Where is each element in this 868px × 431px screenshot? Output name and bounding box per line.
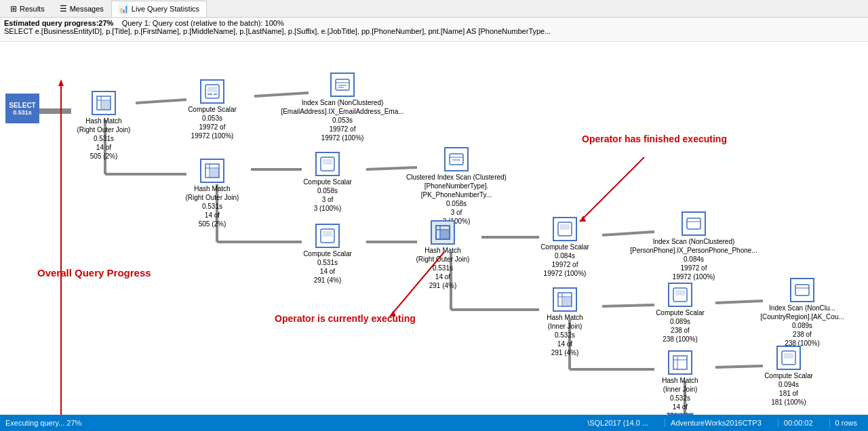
query-info-bar: Estimated query progress:27% Query 1: Qu…: [0, 18, 868, 42]
svg-rect-48: [323, 231, 332, 237]
messages-icon: ☰: [60, 4, 67, 14]
compute-scalar-node-4[interactable]: Compute Scalar0.084s19972 of19972 (100%): [528, 217, 602, 278]
operator-finished-label: Operator has finished executing: [582, 134, 727, 144]
compute-scalar-node-1[interactable]: Compute Scalar0.053s19972 of19972 (100%): [175, 79, 250, 140]
hash-match-icon-1: [92, 91, 116, 115]
svg-marker-21: [58, 79, 64, 86]
tab-results[interactable]: ⊞ Results: [3, 1, 52, 17]
tab-messages[interactable]: ☰ Messages: [52, 1, 111, 17]
compute-icon-2: [315, 152, 340, 176]
status-left: Executing query... 27%: [5, 419, 81, 427]
overall-progress-label: Overall Query Progress: [37, 267, 151, 279]
compute-scalar-node-5[interactable]: Compute Scalar0.089s238 of238 (100%): [643, 283, 717, 344]
compute-scalar-node-3[interactable]: Compute Scalar0.531s14 of291 (4%): [290, 224, 365, 285]
svg-rect-43: [323, 159, 332, 165]
svg-rect-55: [687, 218, 701, 229]
hash-match-node-2[interactable]: Hash Match(Right Outer Join)0.531s14 of5…: [175, 159, 250, 228]
operator-executing-label: Operator is currently executing: [275, 313, 416, 324]
select-node[interactable]: SELECT 0.531s: [5, 94, 39, 123]
main-diagram-area: SELECT 0.531s Hash Match(Right Outer Joi…: [0, 42, 868, 415]
svg-rect-34: [336, 79, 349, 90]
index-scan-node-2[interactable]: Index Scan (NonClustered)[PersonPhone].I…: [643, 211, 745, 281]
executing-status: Executing query... 27%: [5, 419, 81, 427]
index-scan-icon-3: [790, 278, 814, 302]
svg-rect-69: [784, 353, 793, 358]
svg-rect-62: [675, 290, 685, 295]
diagram-scroll[interactable]: SELECT 0.531s Hash Match(Right Outer Joi…: [0, 42, 868, 415]
hash-match-node-1[interactable]: Hash Match(Right Outer Join)0.531s14 of5…: [66, 91, 141, 161]
clustered-index-node[interactable]: Clustered Index Scan (Clustered)[PhoneNu…: [406, 147, 507, 226]
rows-status: 0 rows: [829, 419, 863, 427]
hash-match-node-4[interactable]: Hash Match(Inner Join)0.532s14 of291 (4%…: [528, 287, 602, 357]
svg-rect-54: [560, 224, 570, 230]
svg-rect-31: [208, 87, 217, 92]
hash-match-icon-3: [431, 220, 455, 245]
svg-rect-60: [563, 297, 572, 306]
svg-rect-63: [795, 285, 809, 295]
status-right: \SQL2017 (14.0 ... AdventureWorks2016CTP…: [582, 419, 863, 427]
index-scan-node-1[interactable]: Index Scan (NonClustered)[EmailAddress].…: [295, 73, 390, 142]
tab-bar: ⊞ Results ☰ Messages 📊 Live Query Statis…: [0, 0, 868, 18]
tab-live-query[interactable]: 📊 Live Query Statistics: [111, 1, 207, 17]
index-scan-node-3[interactable]: Index Scan (NonClu...[CountryRegion].[AK…: [751, 278, 853, 348]
svg-rect-52: [441, 230, 450, 239]
compute-icon-3: [315, 224, 340, 248]
compute-scalar-node-2[interactable]: Compute Scalar0.058s3 of3 (100%): [290, 152, 365, 213]
index-scan-icon-2: [682, 211, 706, 236]
diagram-canvas: SELECT 0.531s Hash Match(Right Outer Joi…: [0, 42, 868, 415]
hash-match-icon-5: [668, 350, 692, 375]
status-bar: Executing query... 27% \SQL2017 (14.0 ..…: [0, 415, 868, 431]
compute-icon-1: [200, 79, 224, 104]
hash-match-icon-4: [553, 287, 577, 312]
compute-icon-4: [553, 217, 577, 241]
svg-marker-25: [390, 310, 396, 316]
database-status: AdventureWorks2016CTP3: [665, 419, 767, 427]
clustered-index-icon: [444, 147, 469, 171]
query-cost-line: Estimated query progress:27% Query 1: Qu…: [4, 19, 284, 27]
hash-match-node-3-executing[interactable]: Hash Match(Right Outer Join)0.531s14 of2…: [406, 220, 480, 290]
results-icon: ⊞: [10, 4, 17, 14]
hash-match-node-5[interactable]: Hash Match(Inner Join)0.532s14 of291 (4%…: [643, 350, 717, 415]
svg-rect-29: [102, 101, 111, 110]
svg-rect-44: [450, 154, 463, 165]
query-sql-line: SELECT e.[BusinessEntityID], p.[Title], …: [4, 27, 551, 35]
server-status: \SQL2017 (14.0 ...: [582, 419, 654, 427]
live-query-icon: 📊: [119, 4, 129, 14]
compute-icon-5: [668, 283, 692, 307]
time-status: 00:00:02: [778, 419, 818, 427]
compute-scalar-node-6[interactable]: Compute Scalar0.094s181 of181 (100%): [751, 346, 826, 407]
hash-match-icon-2: [200, 159, 224, 183]
select-box: SELECT 0.531s: [5, 94, 39, 123]
svg-rect-65: [673, 356, 687, 369]
index-scan-icon-1: [330, 73, 355, 97]
svg-line-22: [580, 157, 644, 222]
svg-rect-41: [210, 169, 219, 178]
compute-icon-6: [776, 346, 801, 370]
